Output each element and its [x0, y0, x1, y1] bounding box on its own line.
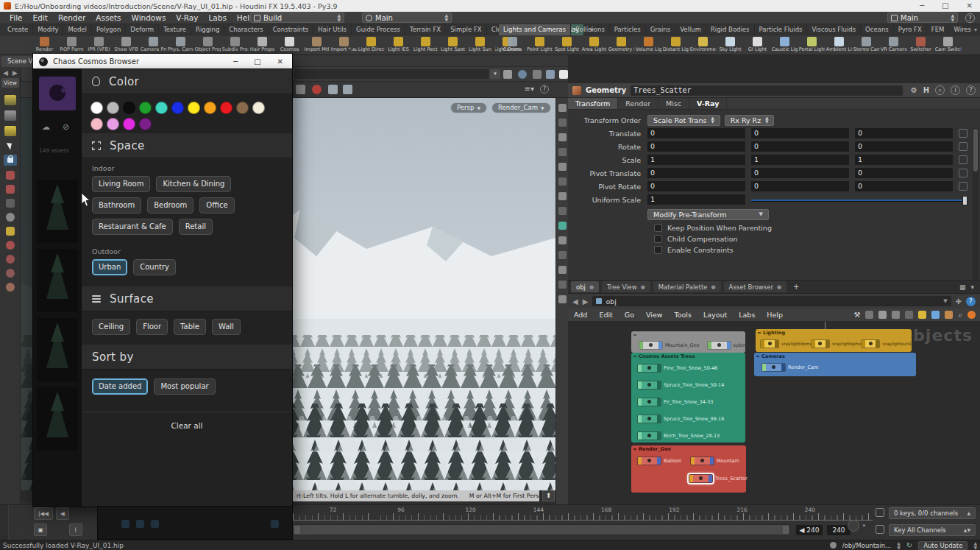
close-icon[interactable]: ●: [711, 284, 715, 290]
search-icon[interactable]: ⌕: [935, 85, 945, 95]
filter-disabled-icon[interactable]: ⊘: [63, 122, 69, 132]
camera-selector[interactable]: Render_Cam ▼: [491, 102, 551, 113]
network-node[interactable]: Render_Cam: [761, 362, 916, 372]
shelf-tool[interactable]: Render: [31, 35, 58, 53]
view-layout-icon[interactable]: [558, 104, 567, 112]
color-swatch[interactable]: [107, 102, 119, 114]
asset-thumbnail[interactable]: [37, 249, 78, 312]
key-all-channels-button[interactable]: Key All Channels▲▼: [889, 524, 976, 536]
network-canvas[interactable]: Objects Mountain_Geo sybella_005 Lightin…: [568, 322, 980, 504]
space-filter-chip[interactable]: Urban: [92, 259, 127, 275]
chevron-down-icon[interactable]: ▼: [943, 298, 947, 304]
shelf-tool[interactable]: Show VFB: [113, 35, 140, 53]
clear-all-button[interactable]: Clear all: [82, 412, 292, 430]
network-menu-item[interactable]: Labs: [733, 311, 761, 319]
projection-selector[interactable]: Persp ▼: [450, 102, 487, 113]
parameter-tab[interactable]: V-Ray: [689, 98, 727, 109]
select-tool-icon[interactable]: [6, 141, 13, 150]
shelf-tab[interactable]: Particles: [610, 24, 646, 35]
star-preset-icon[interactable]: [4, 110, 16, 121]
network-node[interactable]: Mountain_Geo: [639, 340, 700, 350]
help-icon[interactable]: ?: [540, 85, 549, 94]
space-filter-chip[interactable]: Office: [199, 197, 234, 214]
scatter-tool-icon[interactable]: [6, 227, 15, 236]
param-field-z[interactable]: 0: [855, 141, 953, 152]
shelf-tool[interactable]: Sky Light: [717, 35, 744, 53]
color-swatch[interactable]: [171, 102, 184, 114]
keys-summary-button[interactable]: 0 keys, 0/0 channels▲: [889, 507, 976, 519]
close-button[interactable]: ✕: [967, 0, 973, 12]
space-filter-chip[interactable]: Retail: [179, 219, 213, 235]
node-body[interactable]: [761, 363, 786, 372]
menu-item[interactable]: Labs: [203, 12, 231, 24]
asset-category-tile[interactable]: [39, 77, 76, 110]
minimize-button[interactable]: ─: [233, 57, 238, 66]
mirror-tool-icon[interactable]: [6, 269, 15, 278]
pose-tool-icon[interactable]: [6, 213, 15, 222]
help-icon[interactable]: ?: [966, 85, 976, 95]
network-menu-item[interactable]: Go: [619, 311, 640, 319]
shelf-tool[interactable]: Import Mtl: [303, 35, 330, 53]
playback-options-button[interactable]: ▣: [34, 523, 47, 536]
node-body[interactable]: [637, 431, 661, 440]
help-icon[interactable]: ?: [966, 297, 976, 306]
shelf-tool[interactable]: Point Light: [526, 35, 553, 53]
main-take-selector[interactable]: Main ▲▼: [362, 13, 452, 23]
cloud-download-icon[interactable]: ☁: [42, 122, 50, 132]
network-node[interactable]: sybella_005: [707, 340, 762, 350]
node-body[interactable]: [637, 415, 661, 423]
node-body[interactable]: [707, 341, 731, 350]
wireframe-icon[interactable]: [558, 177, 567, 186]
node-body[interactable]: [689, 474, 713, 483]
color-swatch[interactable]: [107, 118, 119, 130]
box-icon[interactable]: [945, 311, 953, 319]
param-field-z[interactable]: 0: [855, 168, 953, 178]
network-group-misc[interactable]: Mountain_Geo sybella_005: [631, 331, 745, 353]
snap-toggle-icon[interactable]: [558, 222, 567, 230]
auto-update-selector[interactable]: Auto Update: [918, 541, 967, 550]
shelf-tab[interactable]: Vellum: [675, 24, 706, 35]
shade-mode-icon[interactable]: [546, 70, 555, 79]
update-icon[interactable]: [967, 311, 976, 319]
expand-icon[interactable]: ⬆: [542, 490, 555, 501]
menu-item[interactable]: Assets: [90, 12, 126, 24]
chevron-down-icon[interactable]: ▾: [970, 283, 974, 291]
network-menu-item[interactable]: Edit: [593, 311, 618, 319]
shelf-tool[interactable]: IPR (VFB): [85, 35, 113, 53]
spinner-icon[interactable]: ▲▼: [951, 13, 954, 22]
param-field-y[interactable]: 0: [751, 141, 849, 152]
shelf-tab[interactable]: Model: [63, 24, 92, 35]
node-body[interactable]: [760, 339, 779, 348]
link-icon[interactable]: [959, 182, 967, 191]
paint-tool-icon[interactable]: [6, 283, 15, 292]
shelf-tool[interactable]: Spot Light: [553, 35, 580, 53]
points-icon[interactable]: [558, 207, 567, 215]
rotate-order-dropdown[interactable]: Rx Ry Rz ▲▼: [725, 115, 775, 126]
frame-range-slider[interactable]: [293, 524, 790, 535]
color-swatch[interactable]: [155, 102, 168, 114]
secure-selection-lock-icon[interactable]: [4, 155, 17, 166]
playbar-options-knob[interactable]: [848, 520, 859, 532]
menu-item[interactable]: V-Ray: [171, 12, 203, 24]
info-icon[interactable]: i: [951, 85, 960, 95]
shelf-tool[interactable]: Area Light: [580, 35, 608, 53]
sort-chip[interactable]: Date added: [92, 378, 148, 395]
handles-tool-icon[interactable]: [6, 241, 15, 250]
spinner-icon[interactable]: ▲▼: [444, 13, 448, 22]
shelf-tab[interactable]: Viscous Fluids: [807, 24, 861, 35]
search-icon[interactable]: ⌕: [958, 311, 962, 320]
link-icon[interactable]: [959, 169, 967, 177]
network-node[interactable]: Mountain: [690, 456, 739, 465]
shelf-tab[interactable]: Texture: [159, 24, 191, 35]
display-options-icon[interactable]: [559, 70, 568, 79]
vray-render-icon[interactable]: [312, 85, 322, 94]
shelf-tool[interactable]: Cosmos: [276, 35, 303, 53]
snapshot-tile-icon[interactable]: [4, 126, 16, 136]
shelf-tab[interactable]: Collisions: [571, 24, 610, 35]
shelf-tool[interactable]: Camera: [499, 35, 526, 53]
scrollbar[interactable]: [973, 127, 979, 280]
spinner-icon[interactable]: ▲▼: [897, 541, 901, 550]
close-icon[interactable]: ●: [641, 284, 645, 290]
shelf-tool[interactable]: ROP Parm: [58, 35, 85, 53]
normals-icon[interactable]: [558, 192, 567, 200]
